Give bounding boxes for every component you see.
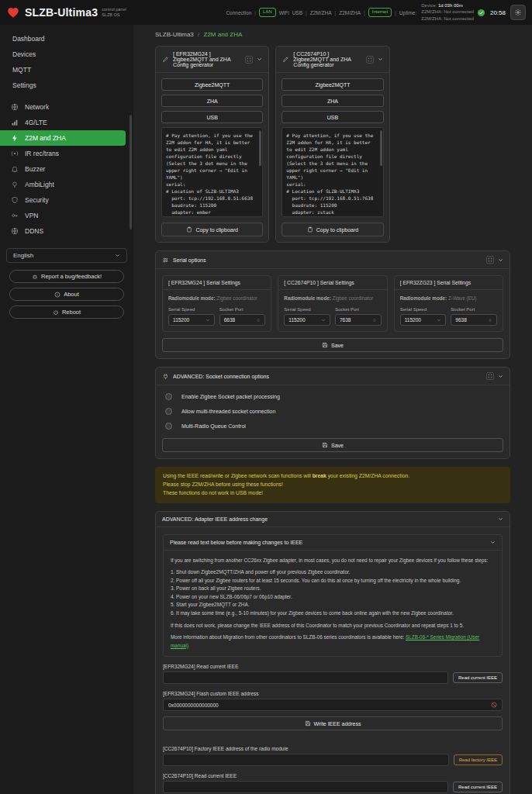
chevron-down-icon[interactable] <box>378 57 383 62</box>
chevron-down-icon[interactable] <box>490 540 496 545</box>
field-label: [CC2674P10] Read current IEEE <box>163 773 503 778</box>
status-column: Device: 1d 03h 00m Z2M/ZHA: Not connecte… <box>421 3 474 22</box>
cc-read-factory-ieee-button[interactable]: Read factory IEEE <box>454 754 503 765</box>
sidebar-item-network[interactable]: Network <box>0 99 133 115</box>
zigbee2mqtt-mode-button[interactable]: Zigbee2MQTT <box>161 78 263 91</box>
sidebar-item-buzzer[interactable]: Buzzer <box>0 161 133 177</box>
number-stepper-icon[interactable] <box>488 318 492 323</box>
zha-mode-button[interactable]: ZHA <box>161 95 263 107</box>
breadcrumb-root[interactable]: SLZB-Ultima3 <box>155 31 194 38</box>
serial-column-body: Radiomodule mode: Zigbee coordinator Ser… <box>278 290 386 331</box>
socket-save-button[interactable]: Save <box>162 438 503 452</box>
expand-button[interactable] <box>245 56 253 64</box>
about-button[interactable]: About <box>9 288 124 301</box>
language-select[interactable]: English <box>6 248 127 263</box>
copy-label: Copy to clipboard <box>195 227 237 233</box>
ir-waves-icon <box>11 150 19 157</box>
toggle-switch[interactable] <box>165 393 172 400</box>
card-header[interactable]: [ EFR32MG24 ] Zigbee2MQTT and ZHA Config… <box>156 47 268 73</box>
chevron-down-icon[interactable] <box>498 257 503 263</box>
chevron-down-icon[interactable] <box>498 374 503 379</box>
mode-value: Zigbee coordinator <box>216 295 257 301</box>
card-header[interactable]: ADVANCED: Adapter IEEE address change <box>156 512 510 527</box>
efr-write-ieee-button[interactable]: Write IEEE address <box>163 716 503 730</box>
sidebar-item-4g-lte[interactable]: 4G/LTE <box>0 115 133 130</box>
socket-port-label: Socket Port <box>335 307 382 312</box>
radiomodule-mode: Radiomodule mode: Z-Wave (EU) <box>400 295 497 301</box>
warning-line-3: These functions do not work in USB mode! <box>163 489 503 498</box>
socket-port-input[interactable]: 6638 <box>219 314 266 326</box>
usb-mode-button[interactable]: USB <box>282 111 383 123</box>
zha-mode-button[interactable]: ZHA <box>282 95 383 107</box>
internet-badge: Internet <box>368 8 392 16</box>
expand-icon <box>368 57 372 62</box>
usb-mode-button[interactable]: USB <box>161 111 263 123</box>
efr-flash-ieee-input[interactable]: 0x0000000000000000 <box>163 699 503 711</box>
card-header[interactable]: ADVANCED: Socket connection options <box>156 368 510 385</box>
report-bug-button[interactable]: Report a bug/feedback! <box>9 270 124 283</box>
separator: | <box>364 10 365 16</box>
card-body: Please read text below before making cha… <box>156 527 510 794</box>
toggle-switch[interactable] <box>165 423 172 430</box>
zigbee2mqtt-mode-button[interactable]: Zigbee2MQTT <box>282 78 383 91</box>
serial-settings-row: [ EFR32MG24 ] Serial Settings Radiomodul… <box>156 269 510 338</box>
notice-header[interactable]: Please read text below before making cha… <box>164 535 502 551</box>
sidebar-item-z2m-zha[interactable]: Z2M and ZHA <box>0 130 126 146</box>
copy-to-clipboard-button[interactable]: Copy to clipboard <box>161 223 263 236</box>
card-header[interactable]: Serial options <box>156 251 510 269</box>
efr-read-ieee-input[interactable] <box>163 671 448 684</box>
serial-speed-select[interactable]: 115200 <box>284 314 330 326</box>
serial-speed-label: Serial Speed <box>284 307 330 312</box>
toggle-row-multiradio-queue: Multi-Radio Queue Control <box>156 419 510 433</box>
network-icon <box>11 103 19 111</box>
separator: | <box>395 10 396 16</box>
copy-to-clipboard-button[interactable]: Copy to clipboard <box>282 223 383 236</box>
config-code-block[interactable]: # Pay attention, if you use the Z2M addo… <box>161 127 263 217</box>
clipboard-icon <box>186 226 192 233</box>
write-icon <box>305 720 311 727</box>
config-code-block[interactable]: # Pay attention, if you use the Z2M addo… <box>282 127 383 217</box>
bug-icon <box>32 274 38 280</box>
sidebar-item-devices[interactable]: Devices <box>0 47 133 62</box>
expand-button[interactable] <box>486 372 494 380</box>
efr-read-ieee-group: [EFR32MG24] Read current IEEE Read curre… <box>163 664 503 684</box>
sidebar-item-ir[interactable]: IR rec/trans <box>0 146 133 161</box>
sidebar-scrollbar[interactable] <box>130 115 132 230</box>
chevron-down-icon[interactable] <box>498 516 503 522</box>
card-header[interactable]: [ CC2674P10 ] Zigbee2MQTT and ZHA Config… <box>276 47 389 73</box>
chevron-down-icon[interactable] <box>257 57 262 62</box>
warning-banner: Using the IEEE read/write or Zigbee netw… <box>155 467 510 503</box>
pencil-icon <box>162 56 169 63</box>
cc-read-ieee-input[interactable] <box>163 781 448 793</box>
reboot-button[interactable]: Reboot <box>9 306 124 319</box>
socket-port-label: Socket Port <box>451 307 497 312</box>
cc-factory-ieee-input[interactable] <box>163 754 449 766</box>
mode-value: Zigbee coordinator <box>333 295 374 301</box>
sidebar-item-dashboard[interactable]: Dashboard <box>0 31 133 47</box>
serial-speed-select[interactable]: 115200 <box>168 314 215 326</box>
settings-gear-button[interactable] <box>510 5 526 20</box>
serial-save-button[interactable]: Save <box>162 338 503 352</box>
number-stepper-icon[interactable] <box>372 318 377 323</box>
sidebar-item-ambilight[interactable]: AmbiLight <box>0 177 133 192</box>
serial-speed-select[interactable]: 115200 <box>400 314 447 326</box>
sidebar-item-security[interactable]: Security <box>0 192 133 208</box>
migration-step: 4. Power on your new SLZB-06/06p7 or 06p… <box>171 593 495 602</box>
sidebar-item-ddns[interactable]: DDNS <box>0 223 133 239</box>
sidebar-item-vpn[interactable]: VPN <box>0 208 133 223</box>
number-stepper-icon[interactable] <box>256 318 261 323</box>
sidebar-item-label: 4G/LTE <box>25 119 47 126</box>
app-title: SLZB-Ultima3 <box>25 6 98 19</box>
sidebar-item-mqtt[interactable]: MQTT <box>0 62 133 78</box>
code-scrollbar[interactable] <box>259 130 261 166</box>
socket-port-input[interactable]: 9638 <box>451 314 497 326</box>
lightning-bolt-icon <box>11 134 19 142</box>
cc-read-current-ieee-button[interactable]: Read current IEEE <box>453 782 503 792</box>
efr-read-current-ieee-button[interactable]: Read current IEEE <box>453 672 503 683</box>
expand-button[interactable] <box>366 56 374 64</box>
expand-button[interactable] <box>486 256 494 264</box>
code-scrollbar[interactable] <box>380 130 382 166</box>
socket-port-input[interactable]: 7638 <box>335 314 382 326</box>
toggle-switch[interactable] <box>165 408 172 415</box>
sidebar-item-settings[interactable]: Settings <box>0 78 133 93</box>
